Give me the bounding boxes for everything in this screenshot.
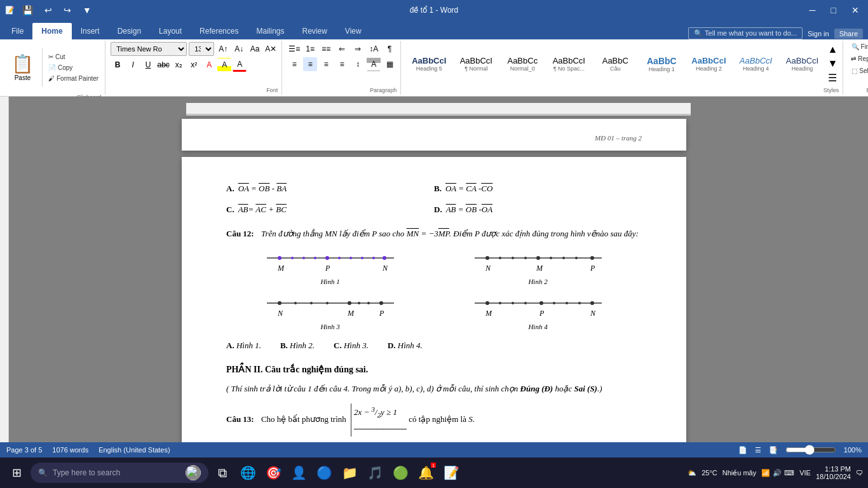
maximize-button[interactable]: □	[827, 5, 840, 15]
style-nospace[interactable]: AaBbCcI ¶ No Spac...	[546, 45, 591, 83]
style-cau[interactable]: AaBbC Câu	[593, 45, 637, 83]
notifications-button[interactable]: 🗨	[856, 469, 863, 477]
language-indicator[interactable]: VIE	[799, 469, 811, 477]
select-button[interactable]: ⬚ Select -	[849, 66, 868, 76]
scroll-up-icon[interactable]: ▲	[828, 44, 838, 55]
decrease-font-button[interactable]: A↓	[232, 42, 246, 56]
highlight-button[interactable]: A	[217, 58, 231, 72]
svg-point-10	[361, 257, 363, 259]
clear-format-button[interactable]: A✕	[264, 42, 278, 56]
undo-icon[interactable]: ↩	[41, 5, 56, 15]
copy-button[interactable]: 📄 Copy	[46, 63, 101, 72]
decrease-indent-button[interactable]: ⇐	[335, 42, 349, 56]
numbering-button[interactable]: 1≡	[303, 42, 317, 56]
text-color-button[interactable]: A	[202, 58, 216, 72]
format-painter-icon: 🖌	[48, 75, 55, 82]
app3-icon[interactable]: 👤	[287, 461, 310, 484]
borders-button[interactable]: ▦	[383, 57, 397, 71]
app2-icon[interactable]: 🎯	[262, 461, 285, 484]
shading-button[interactable]: A	[367, 57, 381, 71]
subscript-button[interactable]: x₂	[172, 58, 186, 72]
show-marks-button[interactable]: ¶	[383, 42, 397, 56]
tab-mailings[interactable]: Mailings	[247, 23, 293, 39]
font-size-select[interactable]: 13	[189, 42, 214, 56]
style-heading2[interactable]: AaBbCcI Heading 2	[686, 45, 731, 83]
view-web-icon[interactable]: ☰	[755, 446, 761, 454]
align-center-button[interactable]: ≡	[303, 57, 317, 71]
sort-button[interactable]: ↕A	[367, 42, 381, 56]
style-heading1[interactable]: AaBbC Heading 1	[639, 45, 684, 83]
edge-icon[interactable]: 🌐	[236, 461, 259, 484]
signin-button[interactable]: Sign in	[808, 30, 829, 37]
app7-icon[interactable]: 🟢	[389, 461, 412, 484]
app3-logo: 👤	[291, 465, 307, 480]
find-button[interactable]: 🔍 Find ▼	[849, 42, 868, 51]
align-left-button[interactable]: ≡	[287, 57, 301, 71]
ribbon: 📋 Paste ✂ Cut 📄 Copy 🖌 Format Painter	[0, 39, 868, 97]
underline-button[interactable]: U	[141, 58, 155, 72]
scroll-down-icon[interactable]: ▼	[828, 58, 838, 69]
style-heading4[interactable]: AaBbCcI Heading 4	[734, 45, 778, 83]
svg-text:M: M	[485, 309, 492, 318]
tab-references[interactable]: References	[191, 23, 247, 39]
zoom-slider[interactable]	[785, 445, 836, 455]
cut-button[interactable]: ✂ Cut	[46, 52, 101, 62]
line-spacing-button[interactable]: ↕	[351, 57, 365, 71]
align-right-button[interactable]: ≡	[319, 57, 333, 71]
strikethrough-button[interactable]: abc	[156, 58, 170, 72]
task-view-button[interactable]: ⧉	[211, 461, 234, 484]
app4-icon[interactable]: 🔵	[313, 461, 336, 484]
replace-button[interactable]: ⇄ Replace	[848, 54, 868, 64]
main-page[interactable]: A. OA = OB - BA B. OA = CA -CO C. AB= A	[182, 157, 686, 442]
tab-file[interactable]: File	[3, 23, 32, 39]
app5-icon[interactable]: 📁	[338, 461, 361, 484]
font-row-2: B I U abc x₂ x² A A A	[111, 58, 247, 72]
style-normal0[interactable]: AaBbCc Normal_0	[500, 45, 545, 83]
app6-icon[interactable]: 🎵	[363, 461, 386, 484]
font-row-1: Times New Ro 13 A↑ A↓ Aa A✕	[111, 42, 278, 56]
italic-button[interactable]: I	[126, 58, 140, 72]
share-button[interactable]: Share	[834, 29, 863, 39]
multilevel-button[interactable]: ≡≡	[319, 42, 333, 56]
system-icons[interactable]: 📶 🔊 ⌨	[761, 469, 794, 477]
justify-button[interactable]: ≡	[335, 57, 349, 71]
view-read-icon[interactable]: 📑	[769, 446, 778, 454]
tab-home[interactable]: Home	[32, 23, 71, 39]
normal-preview: AaBbCcI	[460, 56, 492, 65]
tab-insert[interactable]: Insert	[72, 23, 109, 39]
increase-indent-button[interactable]: ⇒	[351, 42, 365, 56]
tab-review[interactable]: Review	[293, 23, 336, 39]
font-color-button[interactable]: A	[233, 58, 247, 72]
view-print-icon[interactable]: 📄	[738, 446, 747, 454]
notification-icon[interactable]: 🔔 1	[414, 461, 437, 484]
word-taskbar-icon[interactable]: 📝	[440, 461, 463, 484]
minimize-button[interactable]: ─	[806, 5, 820, 15]
search-box[interactable]: 🔍 Tell me what you want to do...	[688, 27, 803, 39]
start-button[interactable]: ⊞	[5, 461, 28, 484]
style-heading5[interactable]: AaBbCcI Heading 5	[406, 45, 452, 83]
bold-button[interactable]: B	[111, 58, 125, 72]
change-case-button[interactable]: Aa	[248, 42, 262, 56]
figure-4: M P N Hình 4	[468, 294, 608, 333]
paste-button[interactable]: 📋 Paste	[6, 51, 39, 84]
tab-view[interactable]: View	[336, 23, 370, 39]
close-button[interactable]: ✕	[848, 5, 863, 15]
redo-icon[interactable]: ↪	[60, 5, 75, 15]
tab-layout[interactable]: Layout	[150, 23, 191, 39]
styles-scroll-buttons[interactable]: ▲ ▼ ☰	[827, 43, 839, 85]
increase-font-button[interactable]: A↑	[216, 42, 230, 56]
format-painter-button[interactable]: 🖌 Format Painter	[46, 74, 101, 83]
style-heading[interactable]: AaBbCcI Heading	[780, 45, 825, 83]
taskbar-clock[interactable]: 1:13 PM 18/10/2024	[816, 465, 851, 480]
save-icon[interactable]: 💾	[18, 5, 37, 15]
taskbar-search[interactable]: 🔍 Type here to search	[31, 463, 208, 483]
font-name-select[interactable]: Times New Ro	[111, 42, 187, 56]
eq-c-label: C.	[226, 203, 234, 217]
tab-design[interactable]: Design	[109, 23, 150, 39]
style-normal[interactable]: AaBbCcI ¶ Normal	[454, 45, 498, 83]
dropdown-icon[interactable]: ▼	[79, 5, 95, 15]
bullets-button[interactable]: ☰≡	[287, 42, 301, 56]
superscript-button[interactable]: x²	[187, 58, 201, 72]
eq-A: A. OA = OB - BA	[226, 182, 434, 196]
more-styles-icon[interactable]: ☰	[828, 72, 838, 84]
